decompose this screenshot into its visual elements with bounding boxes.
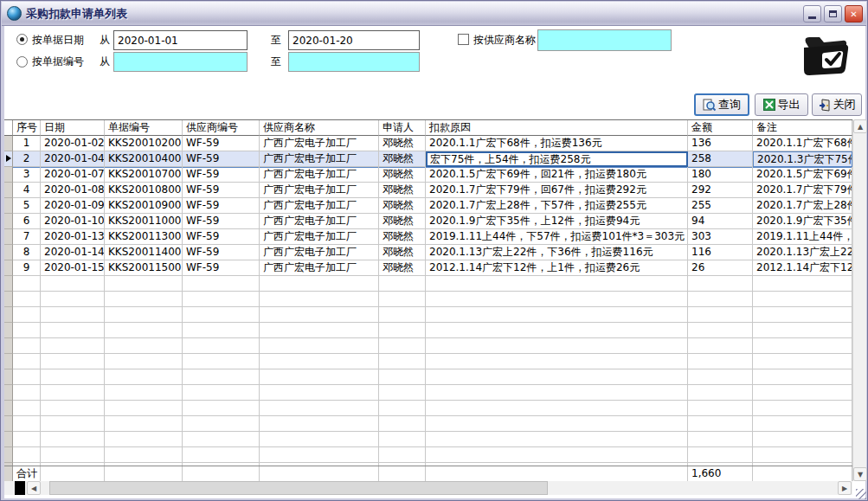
cell-doc-no[interactable]: KKS200109001 (105, 198, 183, 214)
column-header-seq[interactable]: 序号 (13, 120, 41, 136)
cell-date[interactable]: 2020-01-09 (41, 198, 105, 214)
cell-supplier-no[interactable]: WF-59 (183, 151, 260, 167)
column-header-date[interactable]: 日期 (41, 120, 105, 136)
horizontal-scrollbar[interactable]: ◀ ▶ (4, 481, 852, 495)
cell-reason[interactable]: 2020.1.9广宏下35件，上12件，扣运费94元 (426, 214, 688, 229)
cell-applicant[interactable]: 邓晓然 (379, 198, 426, 214)
cell-supplier-no[interactable]: WF-59 (183, 229, 260, 245)
cell-remark[interactable]: 2020.1.5广宏下69件，回21件，扣运费180元 (753, 167, 852, 183)
cell-seq[interactable]: 7 (13, 229, 41, 245)
cell-supplier-no[interactable]: WF-59 (183, 245, 260, 260)
cell-remark[interactable]: 2012.1.14广宏下12件，上1件，扣运费26元 (753, 260, 852, 276)
scroll-right-button[interactable]: ▶ (838, 481, 852, 495)
scroll-up-button[interactable]: ▲ (853, 119, 867, 133)
cell-date[interactable]: 2020-01-10 (41, 214, 105, 229)
cell-reason[interactable]: 2019.1.11上44件，下57件，扣运费101件*3＝303元 (426, 229, 688, 245)
cell-supplier-name[interactable]: 广西广宏电子加工厂 (260, 229, 379, 245)
checkbox-by-supplier[interactable] (458, 34, 469, 45)
cell-remark[interactable]: 2019.1.11上44件，下57件，扣运费101件*3＝303元 (753, 229, 852, 245)
cell-supplier-name[interactable]: 广西广宏电子加工厂 (260, 198, 379, 214)
cell-applicant[interactable]: 邓晓然 (379, 136, 426, 151)
cell-reason[interactable]: 2020.1.1广宏下68件，扣运费136元 (426, 136, 688, 151)
cell-supplier-name[interactable]: 广西广宏电子加工厂 (260, 151, 379, 167)
cell-supplier-no[interactable]: WF-59 (183, 136, 260, 151)
row-indicator[interactable] (4, 260, 13, 276)
cell-remark[interactable]: 2020.1.13广宏上22件，下36件，扣运费116元 (753, 245, 852, 260)
cell-seq[interactable]: 6 (13, 214, 41, 229)
column-header-supplier-no[interactable]: 供应商编号 (183, 120, 260, 136)
cell-reason[interactable]: 2020.1.7广宏下79件，回67件，扣运费292元 (426, 183, 688, 198)
cell-supplier-name[interactable]: 广西广宏电子加工厂 (260, 245, 379, 260)
cell-amount[interactable]: 26 (688, 260, 753, 276)
row-indicator[interactable] (4, 183, 13, 198)
cell-doc-no[interactable]: KKS200115001 (105, 260, 183, 276)
cell-doc-no[interactable]: KKS200104001 (105, 151, 183, 167)
cell-applicant[interactable]: 邓晓然 (379, 260, 426, 276)
table-row[interactable]: 92020-01-15KKS200115001WF-59广西广宏电子加工厂邓晓然… (4, 260, 852, 276)
maximize-button[interactable] (824, 5, 842, 22)
radio-by-number[interactable] (16, 56, 28, 67)
cell-supplier-name[interactable]: 广西广宏电子加工厂 (260, 167, 379, 183)
cell-date[interactable]: 2020-01-07 (41, 167, 105, 183)
cell-reason[interactable]: 宏下75件，上54件，扣运费258元 (426, 151, 688, 167)
cell-date[interactable]: 2020-01-08 (41, 183, 105, 198)
cell-remark[interactable]: 2020.1.9广宏下35件，上12件，扣运费94元 (753, 214, 852, 229)
cell-reason[interactable]: 2020.1.7广宏上28件，下57件，扣运费255元 (426, 198, 688, 214)
cell-supplier-no[interactable]: WF-59 (183, 214, 260, 229)
cell-amount[interactable]: 292 (688, 183, 753, 198)
row-indicator[interactable] (4, 151, 13, 167)
cell-amount[interactable]: 94 (688, 214, 753, 229)
table-row[interactable]: 52020-01-09KKS200109001WF-59广西广宏电子加工厂邓晓然… (4, 198, 852, 214)
date-to-input[interactable] (288, 30, 420, 50)
cell-supplier-no[interactable]: WF-59 (183, 167, 260, 183)
row-indicator[interactable] (4, 198, 13, 214)
cell-supplier-name[interactable]: 广西广宏电子加工厂 (260, 183, 379, 198)
cell-supplier-name[interactable]: 广西广宏电子加工厂 (260, 214, 379, 229)
cell-doc-no[interactable]: KKS200113001 (105, 229, 183, 245)
scroll-down-button[interactable]: ▼ (853, 467, 867, 481)
row-indicator[interactable] (4, 245, 13, 260)
minimize-button[interactable] (803, 5, 821, 22)
cell-seq[interactable]: 8 (13, 245, 41, 260)
table-row[interactable]: 82020-01-14KKS200114001WF-59广西广宏电子加工厂邓晓然… (4, 245, 852, 260)
cell-applicant[interactable]: 邓晓然 (379, 151, 426, 167)
column-header-amount[interactable]: 金额 (688, 120, 753, 136)
radio-by-date[interactable] (16, 34, 28, 45)
cell-date[interactable]: 2020-01-14 (41, 245, 105, 260)
cell-remark[interactable]: 2020.1.7广宏下79件，回67件，扣运费292元 (753, 183, 852, 198)
cell-doc-no[interactable]: KKS200114001 (105, 245, 183, 260)
cell-date[interactable]: 2020-01-13 (41, 229, 105, 245)
column-header-supplier-name[interactable]: 供应商名称 (260, 120, 379, 136)
resize-grip[interactable] (856, 489, 866, 499)
table-row[interactable]: 32020-01-07KKS200107001WF-59广西广宏电子加工厂邓晓然… (4, 167, 852, 183)
close-window-button[interactable]: ✕ (845, 5, 863, 22)
cell-seq[interactable]: 9 (13, 260, 41, 276)
cell-supplier-no[interactable]: WF-59 (183, 260, 260, 276)
title-bar[interactable]: 采购扣款申请单列表 ✕ (2, 2, 866, 26)
table-row[interactable]: 22020-01-04KKS200104001WF-59广西广宏电子加工厂邓晓然… (4, 151, 852, 167)
horizontal-scroll-thumb[interactable] (49, 481, 548, 495)
cell-applicant[interactable]: 邓晓然 (379, 245, 426, 260)
cell-supplier-no[interactable]: WF-59 (183, 198, 260, 214)
cell-doc-no[interactable]: KKS200102001 (105, 136, 183, 151)
cell-applicant[interactable]: 邓晓然 (379, 183, 426, 198)
table-row[interactable]: 12020-01-02KKS200102001WF-59广西广宏电子加工厂邓晓然… (4, 136, 852, 151)
cell-supplier-name[interactable]: 广西广宏电子加工厂 (260, 136, 379, 151)
column-header-doc-no[interactable]: 单据编号 (105, 120, 183, 136)
cell-doc-no[interactable]: KKS200110001 (105, 214, 183, 229)
cell-amount[interactable]: 258 (688, 151, 753, 167)
cell-remark[interactable]: 2020.1.3广宏下75件，上54件，扣运费258元 (753, 151, 852, 167)
cell-amount[interactable]: 116 (688, 245, 753, 260)
cell-seq[interactable]: 4 (13, 183, 41, 198)
query-button[interactable]: 查询 (694, 93, 749, 116)
row-indicator[interactable] (4, 229, 13, 245)
row-indicator[interactable] (4, 167, 13, 183)
cell-applicant[interactable]: 邓晓然 (379, 167, 426, 183)
number-from-input[interactable] (113, 52, 248, 72)
table-row[interactable]: 62020-01-10KKS200110001WF-59广西广宏电子加工厂邓晓然… (4, 214, 852, 229)
cell-seq[interactable]: 3 (13, 167, 41, 183)
cell-doc-no[interactable]: KKS200107001 (105, 167, 183, 183)
vertical-scrollbar[interactable]: ▲ ▼ (852, 119, 866, 481)
cell-seq[interactable]: 2 (13, 151, 41, 167)
cell-remark[interactable]: 2020.1.7广宏上28件，下57件，扣运费255元 (753, 198, 852, 214)
